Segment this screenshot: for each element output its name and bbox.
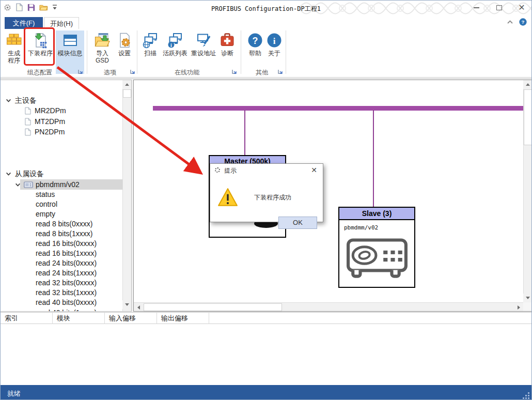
triangle-left-icon xyxy=(137,305,140,310)
group-label-options: 选项 xyxy=(89,68,131,76)
other-group-launcher-icon[interactable] xyxy=(278,69,284,75)
dialog-close-button[interactable]: ✕ xyxy=(309,165,319,175)
scroll-right-button[interactable] xyxy=(514,303,523,312)
chevron-down-icon xyxy=(6,98,11,103)
group-separator xyxy=(137,30,137,74)
maximize-button[interactable] xyxy=(492,2,506,13)
about-button[interactable]: 关于 xyxy=(265,30,283,74)
tree-module-read24-0[interactable]: read 24 bits(0xxxx) xyxy=(1,258,122,268)
settings-icon xyxy=(116,32,133,49)
tab-file[interactable]: 文件(F) xyxy=(5,17,43,29)
tree-module-read32-0[interactable]: read 32 bits(0xxxx) xyxy=(1,278,122,288)
tree-module-status[interactable]: status xyxy=(1,189,122,199)
tree-module-read40-1[interactable]: read 40 bits(1xxxx) xyxy=(1,307,122,312)
title-bar: PROFIBUS Configuration-DP工程1 ✕ xyxy=(1,1,531,16)
help-button[interactable]: 帮助 xyxy=(245,30,265,74)
tree-item-mt2dpm[interactable]: MT2DPm xyxy=(1,116,122,127)
ok-button[interactable]: OK xyxy=(278,217,317,229)
close-button[interactable]: ✕ xyxy=(515,2,528,13)
scroll-left-button[interactable] xyxy=(134,303,143,312)
canvas-vscroll-thumb[interactable] xyxy=(524,89,532,145)
download-program-icon xyxy=(32,32,49,49)
document-icon xyxy=(25,107,31,115)
tree-module-read32-1[interactable]: read 32 bits(1xxxx) xyxy=(1,287,122,298)
dialog-body: 下装程序成功 OK xyxy=(210,176,323,223)
options-group-launcher-icon[interactable] xyxy=(130,69,136,75)
settings-button[interactable]: 设置 xyxy=(115,30,134,74)
profibus-bus-bar[interactable] xyxy=(153,106,524,111)
warning-icon xyxy=(217,188,238,207)
import-gsd-button[interactable]: 导入GSD xyxy=(91,30,114,74)
config-group-launcher-icon[interactable] xyxy=(78,69,84,75)
tree-module-control[interactable]: control xyxy=(1,199,122,209)
download-program-button[interactable]: 下装程序 xyxy=(25,30,55,74)
online-group-launcher-icon[interactable] xyxy=(232,69,238,75)
column-header-index[interactable]: 索引 xyxy=(1,313,53,324)
column-header-module[interactable]: 模块 xyxy=(53,313,105,324)
scan-icon xyxy=(142,32,159,49)
canvas-vertical-scrollbar[interactable] xyxy=(523,80,532,302)
import-gsd-icon xyxy=(94,32,111,49)
tree-module-read16-0[interactable]: read 16 bits(0xxxx) xyxy=(1,238,122,249)
tree-scrollbar-thumb[interactable] xyxy=(123,89,131,98)
slave-node-title: Slave (3) xyxy=(339,208,414,220)
collapse-ribbon-icon[interactable] xyxy=(507,20,513,25)
tree-module-read8-1[interactable]: read 8 bits(1xxxx) xyxy=(1,228,122,239)
tree-item-pn2dpm[interactable]: PN2DPm xyxy=(1,127,122,137)
active-list-icon xyxy=(167,32,183,49)
diagnosis-button[interactable]: 诊断 xyxy=(218,30,237,74)
scroll-down-button[interactable] xyxy=(523,294,532,302)
generate-program-button[interactable]: 生成程序 xyxy=(4,30,24,74)
status-bar: 就绪 xyxy=(1,385,531,400)
resize-grip[interactable] xyxy=(523,392,530,399)
minimize-button[interactable] xyxy=(470,2,483,13)
dialog-app-icon xyxy=(215,167,220,173)
slave-device-icon xyxy=(24,181,33,188)
scroll-down-button[interactable] xyxy=(122,300,131,309)
close-icon: ✕ xyxy=(311,166,317,174)
tree-scrollbar[interactable] xyxy=(122,80,131,312)
scroll-up-button[interactable] xyxy=(122,80,131,89)
window-controls: ✕ xyxy=(470,2,528,14)
slave-device-name: pbmdmm/v02 xyxy=(339,220,414,231)
window-title: PROFIBUS Configuration-DP工程1 xyxy=(1,5,531,13)
table-header-row: 索引 模块 输入偏移 输出偏移 xyxy=(1,313,531,324)
tree-item-mr2dpm[interactable]: MR2DPm xyxy=(1,105,122,116)
group-separator xyxy=(87,30,87,74)
group-separator xyxy=(286,30,286,74)
group-label-config: 组态配置 xyxy=(4,68,76,76)
tree-item-slave-device-selected[interactable]: pbmdmm/v02 xyxy=(1,179,122,190)
column-header-output-offset[interactable]: 输出偏移 xyxy=(157,313,209,324)
tree-module-read8-0[interactable]: read 8 bits(0xxxx) xyxy=(1,219,122,229)
help-icon xyxy=(247,32,263,49)
close-icon: ✕ xyxy=(518,4,525,12)
scroll-up-button[interactable] xyxy=(523,80,532,89)
group-label-online: 在线功能 xyxy=(139,68,235,76)
help-circle-icon[interactable] xyxy=(519,18,527,26)
tree-section-slaves[interactable]: 从属设备 xyxy=(1,168,122,179)
tab-home[interactable]: 开始(H) xyxy=(44,17,79,29)
status-message: 就绪 xyxy=(7,389,21,398)
active-list-button[interactable]: 活跃列表 xyxy=(161,30,189,74)
reset-address-icon xyxy=(195,32,212,49)
tree-module-read40-0[interactable]: read 40 bits(0xxxx) xyxy=(1,297,122,307)
chevron-down-icon xyxy=(6,171,11,177)
tree-module-empty[interactable]: empty xyxy=(1,209,122,219)
canvas-hscroll-thumb[interactable] xyxy=(144,303,282,311)
triangle-up-icon xyxy=(125,83,129,86)
slave-node[interactable]: Slave (3) pbmdmm/v02 xyxy=(338,207,415,288)
module-info-button[interactable]: 模块信息 xyxy=(56,30,84,74)
diagnosis-icon xyxy=(219,32,236,49)
tree-module-read24-1[interactable]: read 24 bits(1xxxx) xyxy=(1,268,122,278)
canvas-horizontal-scrollbar[interactable] xyxy=(134,302,523,311)
projector-device-icon xyxy=(346,236,409,279)
chevron-down-icon xyxy=(15,182,21,188)
tree-module-read16-1[interactable]: read 16 bits(1xxxx) xyxy=(1,248,122,258)
scan-button[interactable]: 扫描 xyxy=(140,30,160,74)
tree-section-masters[interactable]: 主设备 xyxy=(1,95,122,105)
column-header-input-offset[interactable]: 输入偏移 xyxy=(105,313,157,324)
dialog-titlebar[interactable]: 提示 ✕ xyxy=(210,164,323,176)
dialog-message: 下装程序成功 xyxy=(254,193,291,202)
network-canvas[interactable]: Master (500k) Slave (3) pbmdmm/v02 xyxy=(133,80,532,312)
reset-address-button[interactable]: 重设地址 xyxy=(190,30,217,74)
